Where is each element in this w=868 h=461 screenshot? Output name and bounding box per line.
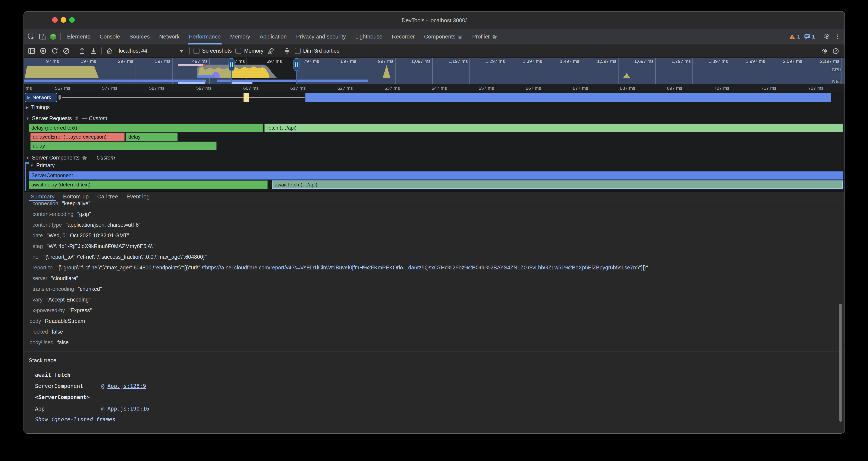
tab-performance[interactable]: Performance bbox=[184, 29, 225, 45]
cpu-strip-label: CPU bbox=[832, 67, 841, 72]
tab-call-tree[interactable]: Call tree bbox=[93, 192, 122, 201]
dim-3rd-parties-checkbox[interactable]: Dim 3rd parties bbox=[294, 48, 339, 54]
frame-function-name: ServerComponent bbox=[35, 383, 101, 390]
record-icon[interactable] bbox=[39, 47, 47, 55]
track-header-server-requests[interactable]: ▼Server Requests— Custom bbox=[26, 115, 107, 121]
network-request-marker[interactable] bbox=[244, 93, 249, 102]
property-row-transfer-encoding: transfer-encoding"chunked" bbox=[24, 284, 836, 294]
property-row-etag: etag"W/\"4b1-RjEJloX9kRinu6F0MAZMmy6E5iA… bbox=[24, 241, 836, 252]
timeline-event-delayederror-ayed-exception[interactable]: delayedError (…ayed exception) bbox=[30, 133, 125, 141]
track-network-header[interactable]: ▶ Network bbox=[25, 93, 57, 102]
tab-lighthouse[interactable]: Lighthouse bbox=[350, 29, 387, 45]
divider bbox=[74, 48, 74, 54]
scrollbar-thumb[interactable] bbox=[839, 304, 842, 422]
overview-tick-label: 1,097 ms bbox=[406, 59, 431, 64]
messages-badge[interactable]: 1 bbox=[804, 34, 815, 39]
tab-summary[interactable]: Summary bbox=[27, 192, 59, 201]
source-location-link[interactable]: App.js:128:9 bbox=[107, 383, 146, 390]
subtrack-primary-header[interactable]: ▼Primary bbox=[30, 163, 55, 169]
settings-gear-icon[interactable] bbox=[823, 33, 830, 40]
react-atom-icon bbox=[74, 116, 80, 121]
timeline-event-await-delay-deferred-text[interactable]: await delay (deferred text) bbox=[29, 180, 268, 189]
message-icon bbox=[804, 34, 810, 39]
disclosure-triangle-icon: ▶ bbox=[26, 105, 29, 110]
tab-elements[interactable]: Elements bbox=[62, 29, 95, 45]
property-key: server bbox=[32, 275, 47, 281]
nodejs-icon[interactable] bbox=[50, 33, 57, 40]
property-value: ReadableStream bbox=[45, 318, 85, 324]
frame-at: @ bbox=[101, 383, 104, 390]
tab-bottom-up[interactable]: Bottom-up bbox=[59, 192, 93, 201]
tab-privacy-and-security[interactable]: Privacy and security bbox=[291, 29, 351, 45]
property-key: etag bbox=[32, 243, 43, 249]
tab-console[interactable]: Console bbox=[95, 29, 125, 45]
overview-gridline bbox=[804, 58, 804, 84]
tab-memory[interactable]: Memory bbox=[225, 29, 255, 45]
overview-tick-label: 97 ms bbox=[34, 59, 59, 64]
tab-sources[interactable]: Sources bbox=[125, 29, 154, 45]
ruler-tick-label: 647 ms bbox=[423, 86, 447, 91]
tab-label: Lighthouse bbox=[355, 33, 382, 40]
ruler-tick-label: 587 ms bbox=[141, 86, 164, 91]
help-icon[interactable]: ? bbox=[832, 47, 839, 55]
tab-application[interactable]: Application bbox=[255, 29, 291, 45]
tab-profiler[interactable]: Profiler bbox=[468, 29, 502, 45]
load-profile-icon[interactable] bbox=[78, 47, 86, 55]
timeline-event-await-fetch-api[interactable]: await fetch (…/api) bbox=[272, 180, 843, 189]
property-key: content-encoding bbox=[32, 211, 73, 217]
timeline-event-delay[interactable]: delay bbox=[126, 133, 178, 141]
report-url-link[interactable]: https://a.nel.cloudflare.com/report/v4?s… bbox=[205, 264, 638, 270]
group-indent-cap bbox=[25, 162, 29, 164]
net-activity bbox=[217, 80, 368, 82]
show-ignore-listed-frames-link[interactable]: Show ignore-listed frames bbox=[35, 416, 115, 423]
memory-checkbox[interactable]: Memory bbox=[236, 48, 264, 54]
checkbox-box bbox=[236, 48, 242, 54]
property-row-report-to: report-to"{\"group\":\"cf-nel\",\"max_ag… bbox=[24, 262, 836, 273]
selection-handle-left[interactable] bbox=[229, 58, 235, 71]
property-key: transfer-encoding bbox=[32, 286, 74, 292]
profile-select[interactable]: localhost #4 bbox=[117, 47, 185, 55]
screenshots-checkbox[interactable]: Screenshots bbox=[193, 48, 232, 54]
clear-icon[interactable] bbox=[62, 47, 70, 55]
kebab-menu-icon[interactable] bbox=[834, 33, 840, 40]
collapse-sanitize-icon[interactable] bbox=[283, 47, 291, 55]
track-resize-grip[interactable] bbox=[59, 95, 61, 99]
inspect-element-icon[interactable] bbox=[27, 33, 35, 40]
panel-settings-gear-icon[interactable] bbox=[821, 47, 828, 55]
property-key: content-type bbox=[32, 222, 62, 228]
tab-event-log[interactable]: Event log bbox=[122, 192, 154, 201]
timeline-event-delay[interactable]: delay bbox=[30, 142, 217, 150]
cpu-activity-shape bbox=[383, 65, 391, 78]
tab-components[interactable]: Components bbox=[419, 29, 467, 45]
track-timings-header[interactable]: ▶ Timings bbox=[26, 104, 50, 110]
issues-warning-badge[interactable]: 1 bbox=[789, 34, 800, 39]
timeline-overview[interactable]: 97 ms197 ms297 ms397 ms497 ms597 ms697 m… bbox=[24, 58, 844, 84]
device-toolbar-icon[interactable] bbox=[38, 33, 46, 40]
overview-gridline bbox=[544, 58, 544, 84]
timeline-event-fetch-api[interactable]: fetch (…/api) bbox=[265, 123, 843, 132]
home-icon[interactable] bbox=[105, 47, 113, 55]
overview-tick-label: 1,597 ms bbox=[592, 59, 616, 64]
source-location-link[interactable]: App.js:190:16 bbox=[107, 405, 149, 413]
overview-tick-label: 1,997 ms bbox=[740, 59, 765, 64]
property-value: "application/json; charset=utf-8" bbox=[66, 222, 141, 228]
toggle-sidebar-icon[interactable] bbox=[28, 47, 35, 55]
network-request-bar[interactable] bbox=[306, 93, 832, 102]
tab-label: Console bbox=[99, 33, 120, 40]
disclosure-triangle-icon: ▼ bbox=[26, 156, 29, 160]
timeline-event-servercomponent[interactable]: ServerComponent bbox=[29, 171, 843, 180]
selection-handle-right[interactable] bbox=[293, 58, 300, 71]
tab-network[interactable]: Network bbox=[154, 29, 184, 45]
checkbox-box bbox=[193, 48, 199, 54]
track-header-server-components[interactable]: ▼Server Components— Custom bbox=[26, 155, 115, 161]
collect-garbage-icon[interactable] bbox=[267, 47, 275, 55]
window-titlebar: DevTools - localhost:3000/ bbox=[24, 11, 844, 29]
tab-label: Application bbox=[259, 33, 287, 40]
timeline-event-delay-deferred-text[interactable]: delay (deferred text) bbox=[29, 123, 264, 132]
tab-recorder[interactable]: Recorder bbox=[387, 29, 419, 45]
ruler-tick-label: 617 ms bbox=[282, 86, 306, 91]
save-profile-icon[interactable] bbox=[90, 47, 97, 55]
tab-label: Elements bbox=[67, 33, 90, 40]
section-divider bbox=[24, 351, 844, 352]
reload-and-record-icon[interactable] bbox=[51, 47, 59, 55]
